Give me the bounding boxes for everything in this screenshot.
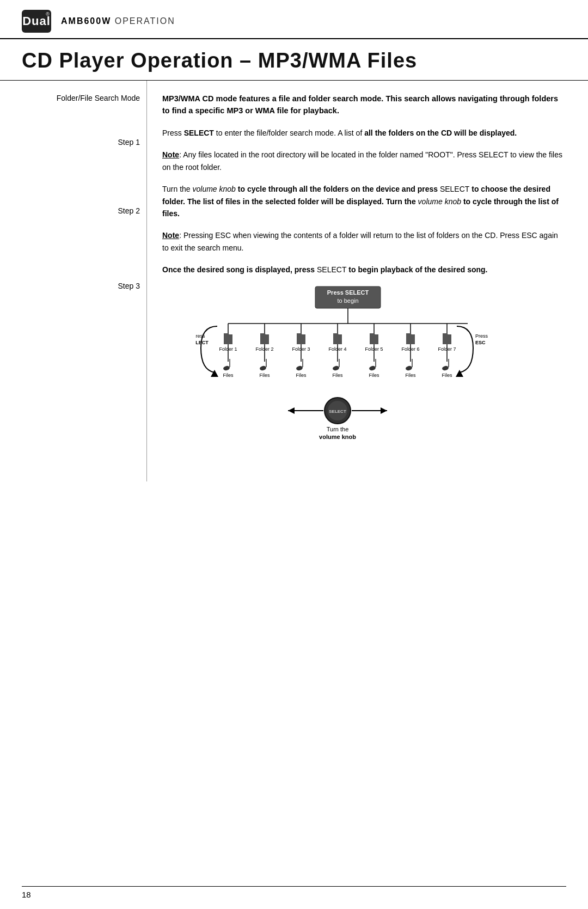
page-number: 18 (22, 890, 31, 899)
note2-text: Note: Pressing ESC when viewing the cont… (162, 229, 566, 254)
svg-marker-19 (297, 333, 305, 344)
step2-text: Turn the volume knob to cycle through al… (162, 183, 566, 219)
step2-label: Step 2 (22, 206, 140, 215)
svg-text:Files: Files (405, 373, 416, 378)
svg-text:SELECT: SELECT (329, 409, 346, 414)
svg-text:Files: Files (369, 373, 379, 378)
note1-block: Note: Any files located in the root dire… (162, 149, 566, 173)
note2-label: Note (162, 231, 179, 240)
svg-marker-64 (456, 370, 463, 377)
svg-marker-28 (406, 333, 415, 344)
svg-text:Press SELECT: Press SELECT (327, 289, 369, 296)
header-title: AMB600W OPERATION (61, 16, 175, 26)
svg-point-52 (369, 365, 376, 371)
svg-marker-71 (288, 407, 295, 414)
svg-marker-61 (211, 370, 218, 377)
note2-block: Note: Pressing ESC when viewing the cont… (162, 229, 566, 254)
section-name: OPERATION (115, 16, 175, 26)
step3-text: Once the desired song is displayed, pres… (162, 264, 566, 276)
product-name: AMB600W (61, 16, 111, 26)
logo: Dual ® (22, 10, 51, 33)
svg-text:Files: Files (223, 373, 234, 378)
left-column: Folder/File Search Mode Step 1 Step 2 St… (22, 81, 147, 481)
svg-marker-73 (381, 407, 387, 414)
step3-label: Step 3 (22, 282, 140, 290)
step1-text: Press SELECT to enter the file/folder se… (162, 127, 566, 139)
svg-marker-22 (333, 333, 342, 344)
svg-marker-13 (224, 333, 232, 344)
footer: 18 (22, 886, 566, 899)
svg-point-40 (223, 365, 230, 371)
diagram-svg: Press SELECT to begin (195, 285, 533, 460)
svg-text:volume knob: volume knob (319, 434, 356, 440)
right-column: MP3/WMA CD mode features a file and fold… (147, 81, 588, 481)
svg-point-43 (259, 365, 267, 371)
step3-block: Once the desired song is displayed, pres… (162, 264, 566, 276)
svg-text:Turn the: Turn the (327, 426, 349, 432)
registered-mark: ® (46, 11, 50, 17)
svg-point-58 (442, 365, 449, 371)
svg-point-46 (296, 365, 303, 371)
svg-text:Files: Files (296, 373, 307, 378)
svg-text:Files: Files (332, 373, 343, 378)
svg-marker-16 (260, 333, 269, 344)
svg-marker-31 (443, 333, 451, 344)
svg-point-49 (332, 365, 340, 371)
step1-label: Step 1 (22, 138, 140, 147)
svg-text:to begin: to begin (337, 297, 358, 304)
svg-text:ESC: ESC (475, 340, 486, 345)
svg-text:Press: Press (195, 333, 205, 339)
page-title: CD Player Operation – MP3/WMA Files (22, 49, 566, 72)
note1-label: Note (162, 150, 179, 159)
folder-search-label: Folder/File Search Mode (22, 93, 140, 104)
header: Dual ® AMB600W OPERATION (0, 0, 588, 39)
svg-text:Files: Files (442, 373, 452, 378)
svg-text:SELECT: SELECT (195, 340, 209, 345)
svg-text:Press: Press (475, 333, 488, 339)
step2-block: Turn the volume knob to cycle through al… (162, 183, 566, 219)
note1-text: Note: Any files located in the root dire… (162, 149, 566, 173)
intro-paragraph: MP3/WMA CD mode features a file and fold… (162, 93, 566, 117)
svg-point-55 (405, 365, 413, 371)
diagram-area: Press SELECT to begin (162, 285, 566, 471)
svg-text:Files: Files (259, 373, 270, 378)
step1-block: Press SELECT to enter the file/folder se… (162, 127, 566, 139)
page-title-area: CD Player Operation – MP3/WMA Files (0, 39, 588, 81)
svg-marker-25 (370, 333, 378, 344)
